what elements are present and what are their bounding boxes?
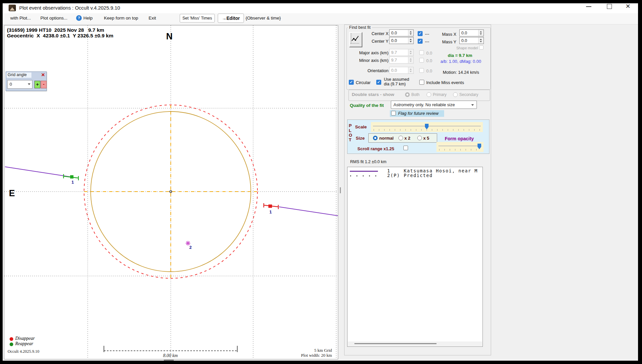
center-x-label: Center X <box>357 31 389 36</box>
disappear-dot-icon <box>10 337 13 341</box>
maximize-icon[interactable] <box>607 4 612 9</box>
double-both-label: Both <box>411 92 420 97</box>
menu-help[interactable]: Help <box>83 16 93 21</box>
include-miss-checkbox[interactable] <box>419 80 424 85</box>
grid-angle-close-icon[interactable]: ✕ <box>41 72 45 77</box>
circular-checkbox[interactable] <box>349 80 354 85</box>
plot-hscrollbar-thumb[interactable] <box>164 360 174 361</box>
form-opacity-slider[interactable] <box>436 142 483 152</box>
screenshot-root: { "window": { "title": "Plot event obser… <box>0 0 642 364</box>
quality-value: Astrometry only. No reliable size <box>393 102 455 107</box>
form-opacity-slider-thumb[interactable] <box>478 144 481 149</box>
spinner-arrows-icon[interactable] <box>478 30 483 36</box>
plot-title-line1: (31659) 1999 HT10 2025 Nov 28 9.7 km <box>7 27 104 33</box>
close-icon[interactable]: ✕ <box>625 3 630 10</box>
chord-1-right: 1 <box>264 203 338 216</box>
ab-dmag-label: a/b: 1.00, dMag: 0.00 <box>440 59 481 64</box>
minor-axis-aux: 0.0 <box>426 58 432 63</box>
observers-listbox[interactable]: 1 Katsumasa Hosoi, near M 2(P) Predicted <box>347 167 483 347</box>
observer-name: Predicted <box>404 173 433 178</box>
center-x-checkbox[interactable] <box>418 31 423 36</box>
occultation-plot: 1 1 2 <box>4 25 338 359</box>
observer-num: 2(P) <box>387 173 400 178</box>
form-opacity-label: Form opacity <box>445 136 474 141</box>
scale-bar-label: 8.00 km <box>154 353 187 358</box>
flag-review-checkbox[interactable] <box>391 111 396 115</box>
plot-width-label: Plot width: 20 km <box>285 353 332 358</box>
major-axis-checkbox <box>419 50 424 55</box>
help-icon[interactable]: ? <box>76 15 82 21</box>
spinner-arrows-icon <box>408 49 413 56</box>
size-x2-radio[interactable] <box>398 136 403 140</box>
quality-label: Quality of the fit <box>350 103 384 108</box>
center-y-label: Center Y <box>357 39 389 44</box>
slider-ticks <box>374 129 481 131</box>
size-x5-radio[interactable] <box>417 136 422 140</box>
menu-bar <box>3 13 638 24</box>
slider-ticks <box>439 149 482 151</box>
double-stars-title: Double stars - show <box>352 92 394 97</box>
double-primary-radio <box>427 92 431 97</box>
mass-y-label: Mass Y <box>440 39 456 44</box>
chevron-down-icon <box>28 83 30 85</box>
grid-angle-value: 0 <box>10 82 12 87</box>
mass-x-value: 0.0 <box>461 31 467 35</box>
reappear-dot-icon <box>10 342 13 346</box>
center-x-input[interactable]: 0.0 <box>389 29 414 36</box>
version-label: Occult 4.2025.9.10 <box>8 349 39 354</box>
use-assumed-label-2: dia (9.7 km) <box>384 82 406 86</box>
menu-plot-options[interactable]: Plot options... <box>40 16 68 21</box>
menu-with-plot[interactable]: with Plot... <box>10 16 31 21</box>
reappear-label: Reappear <box>15 341 33 346</box>
scale-slider-thumb[interactable] <box>425 124 429 129</box>
star-label: 2 <box>189 245 192 250</box>
scroll-range-checkbox[interactable] <box>403 146 408 150</box>
minor-axis-input: 9.7 <box>389 57 414 64</box>
grid-spacing-label: 5 km Grid <box>299 348 332 353</box>
plot-canvas[interactable]: 1 1 2 (31659) 1999 HT10 2025 Nov 28 9.7 … <box>4 25 338 359</box>
grid-angle-minus-button[interactable]: - <box>41 81 47 88</box>
orientation-label: Orientation <box>351 68 389 73</box>
chevron-down-icon <box>471 104 474 106</box>
center-mark <box>170 191 172 193</box>
center-y-dash: --- <box>425 39 429 44</box>
quality-select[interactable]: Astrometry only. No reliable size <box>391 101 477 109</box>
double-secondary-radio <box>453 92 458 97</box>
editor-button[interactable]: →Editor <box>218 14 244 23</box>
center-y-input[interactable]: 0.0 <box>389 37 414 44</box>
spinner-arrows-icon[interactable] <box>478 37 483 44</box>
window-title: Plot event observations : Occult v.4.202… <box>19 5 120 11</box>
mass-x-input[interactable]: 0.0 <box>459 29 484 36</box>
set-miss-times-button[interactable]: Set 'Miss' Times <box>180 14 215 23</box>
crosshair <box>84 105 258 279</box>
scale-label: Scale <box>355 124 367 129</box>
grid-angle-title: Grid angle <box>7 72 31 78</box>
menu-keep-on-top[interactable]: Keep form on top <box>104 16 138 21</box>
fit-side-panel: Find best fit Center X 0.0 --- Mass X 0.… <box>344 24 491 355</box>
panel-splitter[interactable] <box>340 187 341 193</box>
spinner-arrows-icon[interactable] <box>408 37 413 44</box>
chord-1-left: 1 <box>5 167 78 185</box>
grid-angle-combo[interactable]: 0 <box>7 80 32 89</box>
find-best-fit-title: Find best fit <box>348 25 372 30</box>
use-assumed-checkbox[interactable] <box>376 80 381 85</box>
orientation-input: 0.0 <box>389 67 414 74</box>
spinner-arrows-icon[interactable] <box>408 30 413 36</box>
center-y-checkbox[interactable] <box>418 39 423 44</box>
mass-y-input[interactable]: 0.0 <box>459 37 484 44</box>
size-normal-radio[interactable] <box>373 136 378 140</box>
observer-time-label[interactable]: {Observer & time} <box>246 16 281 21</box>
scale-slider[interactable] <box>371 122 483 132</box>
double-both-radio <box>405 92 410 97</box>
center-x-value: 0.0 <box>391 31 397 35</box>
double-secondary-label: Secondary <box>459 92 478 97</box>
listbox-hscrollbar-thumb[interactable] <box>354 343 436 344</box>
diameter-label: dia = 9.7 km <box>448 53 472 58</box>
minimize-icon[interactable] <box>586 6 591 7</box>
plot-letter-t: T <box>349 137 351 142</box>
grid-angle-plus-button[interactable]: + <box>34 81 40 88</box>
plot-title-line2: Geocentric X 4238.0 ±0.1 Y 2326.5 ±0.9 k… <box>7 33 113 39</box>
motion-label: Motion: 14.24 km/s <box>443 70 479 75</box>
listbox-hscrollbar[interactable] <box>348 341 482 346</box>
menu-exit[interactable]: Exit <box>149 16 156 21</box>
